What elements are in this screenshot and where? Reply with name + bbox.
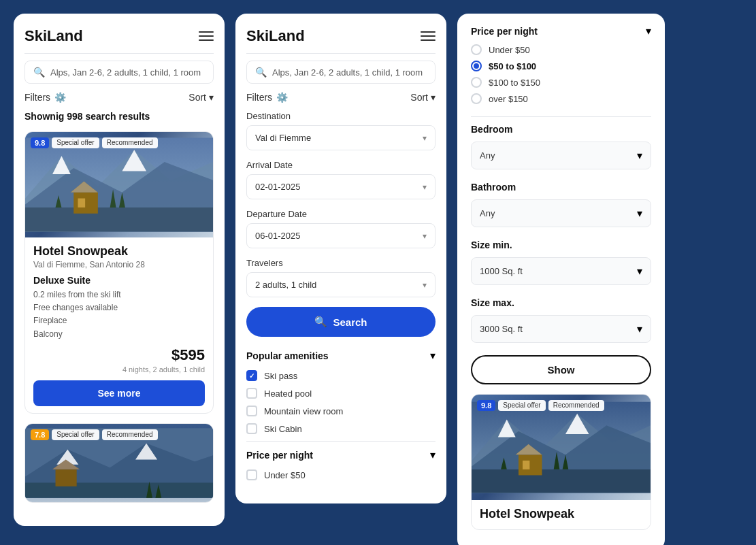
amenity-mountainview-checkbox[interactable] bbox=[246, 406, 257, 416]
arrival-label: Arrival Date bbox=[246, 160, 435, 170]
filter-bedroom-value: Any bbox=[480, 150, 495, 161]
results-sort-text: Sort bbox=[188, 92, 206, 103]
search-filters-btn[interactable]: Filters ⚙️ bbox=[246, 92, 288, 103]
arrival-dropdown[interactable]: 02-01-2025 ▾ bbox=[246, 174, 435, 199]
filter-divider-1 bbox=[471, 116, 651, 117]
travelers-chevron: ▾ bbox=[423, 280, 427, 290]
amenity-skipass-checkbox[interactable] bbox=[246, 370, 257, 381]
filter-price-100to150: $100 to $150 bbox=[471, 77, 651, 88]
filter-bathroom-title: Bathroom bbox=[471, 182, 516, 193]
filter-sizemax-dropdown[interactable]: 3000 Sq. ft ▾ bbox=[471, 315, 651, 343]
filter-bathroom-dropdown[interactable]: Any ▾ bbox=[471, 199, 651, 227]
search-divider bbox=[246, 53, 435, 54]
search-filters-text: Filters bbox=[246, 92, 272, 103]
filter-price-under50-radio[interactable] bbox=[471, 44, 482, 55]
hotel-1-features: 0.2 miles from the ski lift Free changes… bbox=[33, 288, 205, 341]
results-sort-btn[interactable]: Sort ▾ bbox=[188, 92, 214, 103]
filter-hotel-score: 9.8 bbox=[477, 400, 495, 411]
results-app-title: SkiLand bbox=[24, 27, 83, 45]
hotel-card-2: 7.8 Special offer Recommended bbox=[24, 423, 214, 503]
destination-label: Destination bbox=[246, 111, 435, 121]
filter-price-title: Price per night bbox=[471, 26, 538, 37]
filter-hotel-image: 9.8 Special offer Recommended bbox=[472, 395, 651, 500]
results-filters-text: Filters bbox=[24, 92, 50, 103]
filter-sizemin-dropdown[interactable]: 1000 Sq. ft ▾ bbox=[471, 257, 651, 285]
filter-bedroom-header: Bedroom bbox=[471, 124, 651, 135]
amenities-section-header: Popular amenities ▾ bbox=[246, 349, 435, 362]
departure-value: 06-01-2025 bbox=[255, 231, 301, 241]
price-section-chevron[interactable]: ▾ bbox=[430, 448, 435, 461]
destination-value: Val di Fiemme bbox=[255, 133, 311, 143]
filter-price-under50: Under $50 bbox=[471, 44, 651, 55]
results-header: SkiLand bbox=[24, 27, 214, 45]
arrival-section: Arrival Date 02-01-2025 ▾ bbox=[246, 160, 435, 199]
search-sort-btn[interactable]: Sort ▾ bbox=[410, 92, 435, 103]
search-button[interactable]: 🔍 Search bbox=[246, 307, 435, 337]
filter-price-over150: over $150 bbox=[471, 93, 651, 104]
svg-rect-18 bbox=[56, 469, 77, 486]
filter-price-over150-radio[interactable] bbox=[471, 93, 482, 104]
results-search-icon: 🔍 bbox=[33, 67, 45, 78]
results-filter-icon: ⚙️ bbox=[54, 92, 66, 103]
results-search-bar[interactable]: 🔍 Alps, Jan 2-6, 2 adults, 1 child, 1 ro… bbox=[24, 61, 214, 84]
travelers-dropdown[interactable]: 2 adults, 1 child ▾ bbox=[246, 272, 435, 297]
svg-rect-31 bbox=[523, 461, 529, 469]
search-filters-row: Filters ⚙️ Sort ▾ bbox=[246, 92, 435, 103]
amenity-skicabin: Ski Cabin bbox=[246, 423, 435, 434]
filter-sizemin-chevron: ▾ bbox=[637, 265, 642, 278]
search-header: SkiLand bbox=[246, 27, 435, 45]
search-search-bar[interactable]: 🔍 Alps, Jan 2-6, 2 adults, 1 child, 1 ro… bbox=[246, 61, 435, 84]
price-under50: Under $50 bbox=[246, 469, 435, 480]
filter-hotel-name: Hotel Snowpeak bbox=[480, 507, 642, 521]
departure-chevron: ▾ bbox=[423, 231, 427, 241]
hotel-image-2: 7.8 Special offer Recommended bbox=[25, 424, 213, 502]
filter-price-50to100-radio[interactable] bbox=[471, 61, 482, 71]
search-search-icon: 🔍 bbox=[255, 67, 267, 78]
hotel-card-1: 9.8 Special offer Recommended Hotel Snow… bbox=[24, 131, 214, 414]
filter-bedroom-chevron: ▾ bbox=[637, 149, 642, 162]
travelers-label: Travelers bbox=[246, 258, 435, 268]
panel-search: SkiLand 🔍 Alps, Jan 2-6, 2 adults, 1 chi… bbox=[235, 14, 446, 503]
filter-hotel-badges: 9.8 Special offer Recommended bbox=[477, 400, 604, 411]
show-button[interactable]: Show bbox=[471, 355, 651, 384]
amenity-skicabin-checkbox[interactable] bbox=[246, 423, 257, 434]
screen-container: SkiLand 🔍 Alps, Jan 2-6, 2 adults, 1 chi… bbox=[14, 14, 742, 545]
results-menu-icon[interactable] bbox=[199, 31, 214, 41]
results-divider bbox=[24, 53, 214, 54]
amenity-skicabin-label: Ski Cabin bbox=[264, 424, 302, 434]
search-btn-icon: 🔍 bbox=[314, 316, 327, 328]
hotel-1-price-amount: $595 bbox=[171, 346, 205, 363]
results-search-text: Alps, Jan 2-6, 2 adults, 1 child, 1 room bbox=[50, 67, 201, 78]
results-count: Shownig 998 search results bbox=[24, 111, 214, 122]
price-under50-checkbox[interactable] bbox=[246, 469, 257, 480]
filter-bedroom-dropdown[interactable]: Any ▾ bbox=[471, 142, 651, 169]
amenities-chevron[interactable]: ▾ bbox=[430, 349, 435, 362]
filter-price-100to150-radio[interactable] bbox=[471, 77, 482, 88]
price-section-header: Price per night ▾ bbox=[246, 448, 435, 461]
filter-sizemin-header: Size min. bbox=[471, 240, 651, 250]
results-filters-row: Filters ⚙️ Sort ▾ bbox=[24, 92, 214, 103]
departure-dropdown[interactable]: 06-01-2025 ▾ bbox=[246, 223, 435, 248]
arrival-chevron: ▾ bbox=[423, 182, 427, 192]
hotel-1-badges: 9.8 Special offer Recommended bbox=[31, 137, 158, 148]
results-filters-btn[interactable]: Filters ⚙️ bbox=[24, 92, 66, 103]
filter-bathroom-section: Bathroom Any ▾ bbox=[471, 182, 651, 227]
filter-price-under50-label: Under $50 bbox=[489, 45, 530, 55]
hotel-image-1: 9.8 Special offer Recommended bbox=[25, 132, 213, 237]
amenity-heatedpool-checkbox[interactable] bbox=[246, 388, 257, 399]
filter-sizemin-title: Size min. bbox=[471, 240, 512, 250]
hotel-1-see-more-button[interactable]: See more bbox=[33, 380, 205, 406]
price-section-title: Price per night bbox=[246, 450, 313, 461]
departure-section: Departure Date 06-01-2025 ▾ bbox=[246, 209, 435, 248]
arrival-value: 02-01-2025 bbox=[255, 182, 301, 192]
filter-sizemax-value: 3000 Sq. ft bbox=[480, 324, 523, 334]
search-app-title: SkiLand bbox=[246, 27, 305, 45]
filter-sizemax-title: Size max. bbox=[471, 297, 514, 308]
filter-price-over150-label: over $150 bbox=[489, 94, 528, 104]
destination-dropdown[interactable]: Val di Fiemme ▾ bbox=[246, 125, 435, 150]
filter-price-chevron[interactable]: ▾ bbox=[646, 24, 651, 37]
search-menu-icon[interactable] bbox=[421, 31, 435, 41]
hotel-1-badge1: Special offer bbox=[52, 137, 99, 148]
filter-sizemax-chevron: ▾ bbox=[637, 323, 642, 335]
hotel-1-price-note: 4 nights, 2 adults, 1 child bbox=[33, 365, 205, 374]
